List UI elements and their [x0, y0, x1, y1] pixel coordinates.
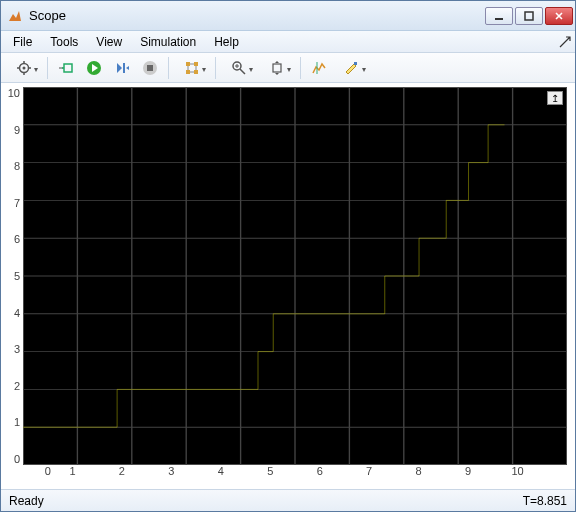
svg-rect-24	[354, 62, 357, 65]
close-button[interactable]	[545, 7, 573, 25]
x-tick: 8	[394, 465, 443, 485]
maximize-axes-icon[interactable]: ↥	[547, 91, 563, 105]
y-tick: 1	[14, 416, 20, 428]
plot-canvas[interactable]: ↥	[23, 87, 567, 465]
svg-rect-13	[147, 65, 153, 71]
scale-axes-button[interactable]	[260, 56, 294, 80]
menu-tools[interactable]: Tools	[42, 33, 86, 51]
triggers-button[interactable]	[175, 56, 209, 80]
zoom-icon	[231, 60, 247, 76]
x-axis: 012345678910	[23, 465, 567, 485]
svg-rect-11	[123, 63, 125, 73]
x-tick: 2	[97, 465, 146, 485]
y-tick: 2	[14, 380, 20, 392]
configuration-button[interactable]	[7, 56, 41, 80]
window-controls	[485, 7, 573, 25]
svg-rect-22	[273, 64, 281, 72]
svg-rect-8	[64, 64, 72, 72]
menubar: File Tools View Simulation Help	[1, 31, 575, 53]
y-tick: 3	[14, 343, 20, 355]
x-tick: 5	[246, 465, 295, 485]
y-tick: 10	[8, 87, 20, 99]
play-icon	[86, 60, 102, 76]
cursor-measurements-button[interactable]	[307, 56, 331, 80]
menu-simulation[interactable]: Simulation	[132, 33, 204, 51]
y-tick: 6	[14, 233, 20, 245]
step-icon	[114, 60, 130, 76]
y-tick: 0	[14, 453, 20, 465]
y-tick: 7	[14, 197, 20, 209]
y-tick: 8	[14, 160, 20, 172]
scale-icon	[269, 60, 285, 76]
signal-statistics-button[interactable]	[335, 56, 369, 80]
cursor-icon	[311, 60, 327, 76]
step-forward-button[interactable]	[110, 56, 134, 80]
y-axis: 109876543210	[5, 87, 23, 465]
window-title: Scope	[29, 8, 485, 23]
separator	[215, 57, 216, 79]
gear-icon	[16, 60, 32, 76]
plot: 109876543210 ↥	[5, 87, 567, 465]
menu-view[interactable]: View	[88, 33, 130, 51]
x-tick: 1	[48, 465, 97, 485]
y-tick: 4	[14, 307, 20, 319]
svg-rect-17	[194, 70, 198, 74]
plot-area: 109876543210 ↥ 012345678910	[1, 83, 575, 489]
x-tick: 3	[147, 465, 196, 485]
zoom-button[interactable]	[222, 56, 256, 80]
separator	[168, 57, 169, 79]
status-text: Ready	[9, 494, 44, 508]
y-tick: 5	[14, 270, 20, 282]
stop-icon	[142, 60, 158, 76]
maximize-button[interactable]	[515, 7, 543, 25]
run-button[interactable]	[82, 56, 106, 80]
signal-trace	[23, 87, 567, 465]
menu-corner-icon[interactable]	[559, 36, 571, 48]
minimize-button[interactable]	[485, 7, 513, 25]
menu-help[interactable]: Help	[206, 33, 247, 51]
highlight-icon	[58, 60, 74, 76]
triggers-icon	[184, 60, 200, 76]
pencil-ruler-icon	[344, 60, 360, 76]
separator	[47, 57, 48, 79]
status-time: T=8.851	[523, 494, 567, 508]
svg-point-9	[62, 67, 64, 69]
x-tick: 7	[344, 465, 393, 485]
scope-window: Scope File Tools View Simulation Help 10…	[0, 0, 576, 512]
titlebar: Scope	[1, 1, 575, 31]
x-tick: 4	[196, 465, 245, 485]
svg-rect-15	[194, 62, 198, 66]
svg-rect-0	[495, 18, 503, 20]
svg-point-3	[23, 66, 26, 69]
svg-rect-1	[525, 12, 533, 20]
y-tick: 9	[14, 124, 20, 136]
x-tick: 10	[493, 465, 542, 485]
x-tick: 6	[295, 465, 344, 485]
menu-file[interactable]: File	[5, 33, 40, 51]
x-tick: 9	[443, 465, 492, 485]
svg-line-19	[240, 69, 245, 74]
toolbar	[1, 53, 575, 83]
statusbar: Ready T=8.851	[1, 489, 575, 511]
matlab-icon	[7, 8, 23, 24]
separator	[300, 57, 301, 79]
svg-rect-14	[186, 62, 190, 66]
svg-rect-16	[186, 70, 190, 74]
highlight-block-button[interactable]	[54, 56, 78, 80]
stop-button[interactable]	[138, 56, 162, 80]
